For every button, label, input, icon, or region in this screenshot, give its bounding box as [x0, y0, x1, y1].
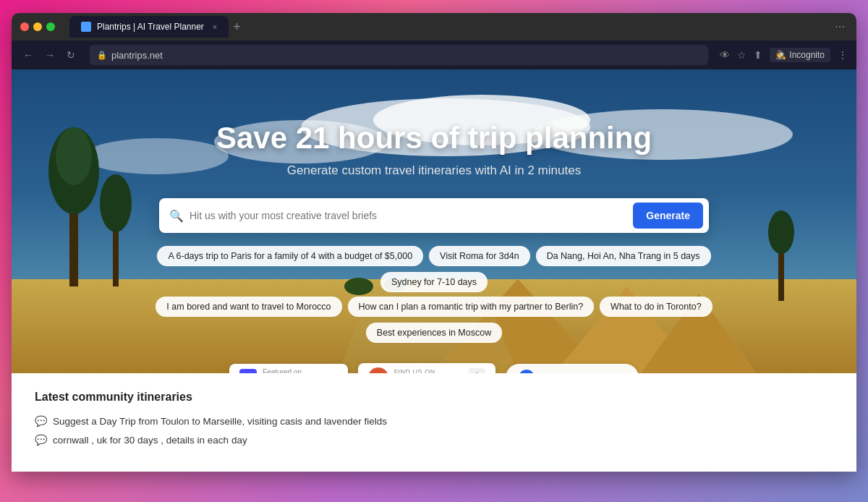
suggestion-chip-5[interactable]: How can I plan a romantic trip with my p… — [348, 297, 595, 317]
community-title: Latest community itineraries — [35, 391, 833, 404]
suggestion-chip-6[interactable]: What to do in Toronto? — [600, 297, 712, 317]
tab-title: Plantrips | AI Travel Planner — [97, 22, 204, 32]
trips-badge: ★ 6824+ trips created — [506, 364, 639, 373]
producthunt-icon: P — [368, 367, 388, 373]
hero-title: Save 21 hours of trip planning — [216, 120, 652, 156]
address-bar[interactable]: 🔒 plantrips.net — [90, 45, 708, 65]
badges-row: F Featured on Futurepedia 40 P FIND US O… — [229, 363, 639, 373]
itinerary-item-1[interactable]: 💬 cornwall , uk for 30 days , details in… — [35, 434, 833, 446]
browser-window: Plantrips | AI Travel Planner × + ⋯ ← → … — [12, 13, 856, 472]
futurepedia-badge[interactable]: F Featured on Futurepedia 40 — [229, 364, 348, 373]
suggestions-row-1: A 6-days trip to Paris for a family of 4… — [109, 246, 760, 292]
menu-icon[interactable]: ⋮ — [838, 49, 848, 61]
trips-count-label: 6824+ trips created — [540, 373, 626, 373]
futurepedia-featured-label: Featured on — [263, 368, 316, 373]
new-tab-button[interactable]: + — [233, 20, 241, 35]
incognito-icon: 🕵 — [775, 50, 786, 60]
suggestion-chip-0[interactable]: A 6-days trip to Paris for a family of 4… — [157, 246, 423, 266]
tab-favicon — [81, 22, 91, 32]
itinerary-text-1: cornwall , uk for 30 days , details in e… — [53, 435, 247, 446]
search-container: 🔍 Generate — [159, 198, 709, 233]
toolbar-right: 👁 ☆ ⬆ 🕵 Incognito ⋮ — [720, 48, 848, 62]
share-icon[interactable]: ⬆ — [754, 49, 762, 61]
chat-icon-0: 💬 — [35, 415, 47, 427]
maximize-window-button[interactable] — [46, 22, 55, 31]
star-bookmark-icon[interactable]: ☆ — [737, 49, 746, 61]
producthunt-text: FIND US ON Product Hunt — [394, 368, 463, 373]
suggestion-chip-2[interactable]: Da Nang, Hoi An, Nha Trang in 5 days — [536, 246, 711, 266]
browser-content: Save 21 hours of trip planning Generate … — [12, 69, 856, 472]
producthunt-badge[interactable]: P FIND US ON Product Hunt ▲ 10 — [358, 363, 495, 373]
suggestion-chip-7[interactable]: Best experiences in Moscow — [366, 323, 502, 343]
trips-star-icon: ★ — [519, 370, 535, 373]
suggestions-row-2: I am bored and want to travel to Morocco… — [109, 297, 760, 343]
itinerary-text-0: Suggest a Day Trip from Toulon to Marsei… — [53, 416, 387, 427]
producthunt-find-label: FIND US ON — [394, 368, 463, 373]
close-window-button[interactable] — [20, 22, 29, 31]
traffic-lights — [20, 22, 55, 31]
refresh-button[interactable]: ↻ — [64, 46, 78, 64]
tab-bar: Plantrips | AI Travel Planner × + — [69, 16, 826, 38]
incognito-button[interactable]: 🕵 Incognito — [770, 48, 830, 62]
minimize-window-button[interactable] — [33, 22, 42, 31]
hero-content: Save 21 hours of trip planning Generate … — [12, 69, 856, 373]
suggestion-chip-3[interactable]: Sydney for 7-10 days — [380, 272, 488, 292]
producthunt-count: ▲ 10 — [469, 368, 485, 373]
search-input[interactable] — [190, 210, 633, 221]
producthunt-arrow: ▲ — [473, 370, 480, 373]
hero-section: Save 21 hours of trip planning Generate … — [12, 69, 856, 373]
hero-subtitle: Generate custom travel itineraries with … — [287, 163, 581, 178]
suggestion-chip-1[interactable]: Visit Roma for 3d4n — [429, 246, 530, 266]
tab-close-button[interactable]: × — [213, 22, 217, 31]
futurepedia-text: Featured on Futurepedia — [263, 368, 316, 373]
search-icon: 🔍 — [169, 209, 184, 223]
browser-titlebar: Plantrips | AI Travel Planner × + ⋯ — [12, 13, 856, 41]
futurepedia-icon: F — [239, 369, 257, 373]
active-tab[interactable]: Plantrips | AI Travel Planner × — [69, 16, 229, 38]
community-section: Latest community itineraries 💬 Suggest a… — [12, 373, 856, 472]
eyeball-icon: 👁 — [720, 49, 730, 61]
forward-button[interactable]: → — [42, 46, 58, 64]
window-controls: ⋯ — [832, 18, 848, 35]
back-button[interactable]: ← — [20, 46, 36, 64]
itinerary-item-0[interactable]: 💬 Suggest a Day Trip from Toulon to Mars… — [35, 415, 833, 427]
url-display: plantrips.net — [111, 50, 163, 61]
generate-button[interactable]: Generate — [633, 203, 703, 229]
suggestion-chip-4[interactable]: I am bored and want to travel to Morocco — [156, 297, 341, 317]
browser-toolbar: ← → ↻ 🔒 plantrips.net 👁 ☆ ⬆ 🕵 Incognito … — [12, 41, 856, 69]
chat-icon-1: 💬 — [35, 434, 47, 446]
incognito-label: Incognito — [789, 50, 825, 60]
